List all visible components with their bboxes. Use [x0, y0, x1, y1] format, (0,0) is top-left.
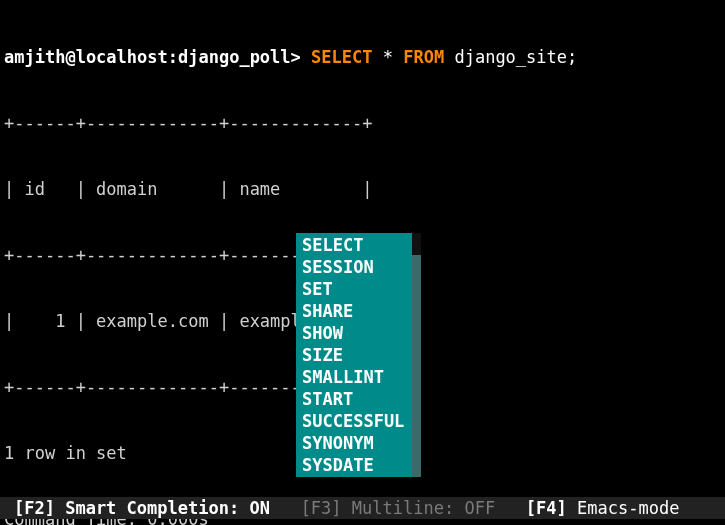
table-header: | id | domain | name | [4, 178, 721, 200]
sql-star: * [383, 47, 393, 67]
autocomplete-item[interactable]: SHOW [302, 322, 404, 344]
sql-semi: ; [567, 47, 577, 67]
f2-state: ON [249, 498, 269, 518]
sql-ident: django_site [454, 47, 567, 67]
autocomplete-item[interactable]: SHARE [302, 300, 404, 322]
sql-from: FROM [403, 47, 444, 67]
prompt-host: amjith@localhost:django_poll> [4, 47, 301, 67]
autocomplete-item[interactable]: START [302, 388, 404, 410]
autocomplete-item[interactable]: SYNONYM [302, 432, 404, 454]
f2-label[interactable]: [F2] Smart Completion: [14, 498, 239, 518]
autocomplete-item[interactable]: SELECT [302, 234, 404, 256]
f4-label[interactable]: [F4] [526, 498, 567, 518]
autocomplete-list[interactable]: SELECTSESSIONSETSHARESHOWSIZESMALLINTSTA… [296, 233, 412, 477]
autocomplete-item[interactable]: SMALLINT [302, 366, 404, 388]
autocomplete-item[interactable]: SUCCESSFUL [302, 410, 404, 432]
autocomplete-dropdown[interactable]: SELECTSESSIONSETSHARESHOWSIZESMALLINTSTA… [296, 233, 421, 477]
prompt-line-1: amjith@localhost:django_poll> SELECT * F… [4, 46, 721, 68]
autocomplete-scrollbar[interactable] [412, 233, 421, 477]
table-border-top: +------+-------------+-------------+ [4, 112, 721, 134]
autocomplete-scrollbar-thumb[interactable] [412, 233, 421, 255]
f4-state: Emacs-mode [577, 498, 679, 518]
f3-state: OFF [464, 498, 495, 518]
status-bar: [F2] Smart Completion: ON [F3] Multiline… [0, 497, 725, 519]
autocomplete-item[interactable]: SIZE [302, 344, 404, 366]
autocomplete-item[interactable]: SET [302, 278, 404, 300]
autocomplete-item[interactable]: SYSDATE [302, 454, 404, 476]
sql-select: SELECT [311, 47, 372, 67]
autocomplete-item[interactable]: SESSION [302, 256, 404, 278]
f3-label[interactable]: [F3] Multiline: [301, 498, 455, 518]
